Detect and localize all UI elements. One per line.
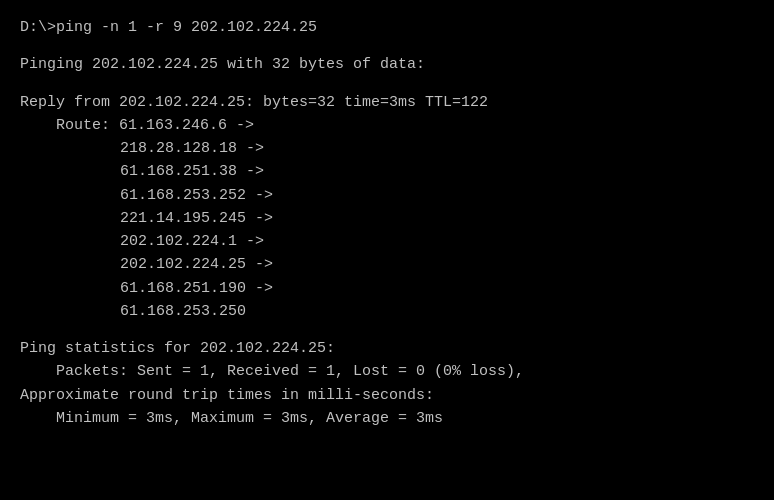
route-hop-7: 61.168.251.190 -> <box>20 277 754 300</box>
route-hop-5: 202.102.224.1 -> <box>20 230 754 253</box>
route-hop-6: 202.102.224.25 -> <box>20 253 754 276</box>
command-line: D:\>ping -n 1 -r 9 202.102.224.25 <box>20 16 754 39</box>
route-hop-1: 218.28.128.18 -> <box>20 137 754 160</box>
approx-line: Approximate round trip times in milli-se… <box>20 384 754 407</box>
route-hop-2: 61.168.251.38 -> <box>20 160 754 183</box>
terminal-window: D:\>ping -n 1 -r 9 202.102.224.25 Pingin… <box>20 16 754 430</box>
route-hop-8: 61.168.253.250 <box>20 300 754 323</box>
stats-header: Ping statistics for 202.102.224.25: <box>20 337 754 360</box>
route-hop-4: 221.14.195.245 -> <box>20 207 754 230</box>
pinging-line: Pinging 202.102.224.25 with 32 bytes of … <box>20 53 754 76</box>
times-line: Minimum = 3ms, Maximum = 3ms, Average = … <box>20 407 754 430</box>
packets-line: Packets: Sent = 1, Received = 1, Lost = … <box>20 360 754 383</box>
route-hop-3: 61.168.253.252 -> <box>20 184 754 207</box>
route-label: Route: 61.163.246.6 -> <box>20 114 754 137</box>
reply-line: Reply from 202.102.224.25: bytes=32 time… <box>20 91 754 114</box>
